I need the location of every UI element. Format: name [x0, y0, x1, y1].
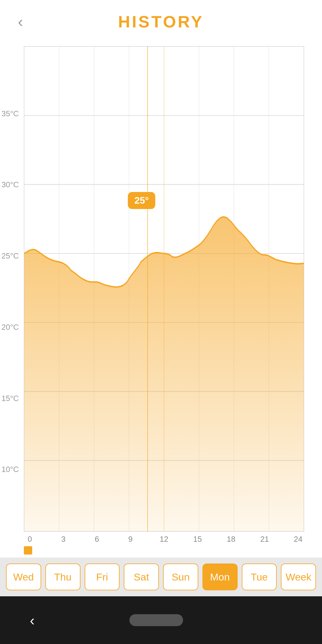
day-tab-wed[interactable]: Wed — [6, 564, 41, 590]
x-axis-label: 6 — [91, 535, 103, 544]
x-axis-label: 24 — [292, 535, 304, 544]
x-axis-label: 12 — [158, 535, 170, 544]
y-axis-label: 10°C — [1, 465, 19, 473]
chart-area[interactable]: 25° — [24, 46, 304, 532]
y-axis-label: 35°C — [1, 110, 19, 117]
x-axis: 03691215182124 — [24, 532, 304, 544]
x-axis-label: 21 — [259, 535, 271, 544]
x-axis-label: 0 — [24, 535, 36, 544]
y-axis-label: 25°C — [1, 252, 19, 260]
x-axis-label: 9 — [125, 535, 137, 544]
day-tab-sat[interactable]: Sat — [124, 564, 159, 590]
day-tab-sun[interactable]: Sun — [163, 564, 198, 590]
bottom-back-button[interactable]: ‹ — [30, 612, 35, 628]
y-axis-label: 30°C — [1, 181, 19, 188]
page-title: HISTORY — [118, 12, 204, 31]
header: ‹ HISTORY — [0, 0, 322, 40]
home-indicator[interactable] — [129, 614, 183, 626]
x-indicator — [24, 546, 32, 555]
y-axis-label: 20°C — [1, 323, 19, 331]
tooltip-bubble: 25° — [128, 192, 155, 209]
day-tab-tue[interactable]: Tue — [242, 564, 277, 590]
chart-container: 35°C30°C25°C20°C15°C10°C 25° — [0, 40, 322, 558]
y-axis: 35°C30°C25°C20°C15°C10°C — [1, 46, 19, 537]
day-tab-thu[interactable]: Thu — [45, 564, 80, 590]
day-tab-mon[interactable]: Mon — [202, 564, 238, 590]
back-button[interactable]: ‹ — [18, 14, 23, 30]
y-axis-label: 15°C — [1, 394, 19, 402]
x-axis-label: 15 — [192, 535, 204, 544]
day-tab-fri[interactable]: Fri — [85, 564, 120, 590]
x-axis-label: 3 — [58, 535, 69, 544]
bottom-nav: ‹ — [0, 596, 322, 644]
day-tabs: WedThuFriSatSunMonTueWeek — [0, 558, 322, 596]
day-tab-week[interactable]: Week — [281, 564, 316, 590]
temperature-chart — [24, 47, 304, 531]
x-axis-label: 18 — [225, 535, 237, 544]
